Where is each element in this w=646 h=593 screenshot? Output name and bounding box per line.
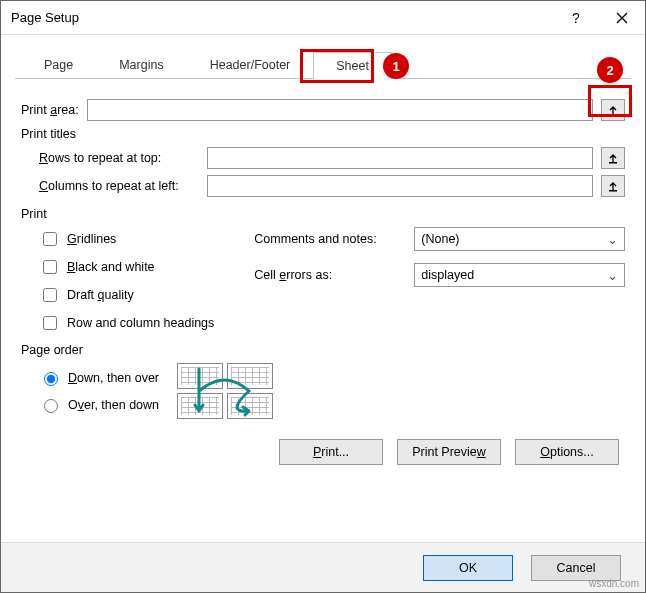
rows-repeat-label: Rows to repeat at top:: [39, 151, 199, 165]
comments-label: Comments and notes:: [254, 232, 404, 246]
cell-errors-label: Cell errors as:: [254, 268, 404, 282]
page-order-group-label: Page order: [21, 343, 625, 357]
rows-repeat-input[interactable]: [207, 147, 593, 169]
svg-rect-2: [609, 190, 617, 192]
cols-repeat-input[interactable]: [207, 175, 593, 197]
close-icon: [616, 12, 628, 24]
chevron-down-icon: ⌄: [607, 232, 618, 247]
tab-strip: Page Margins Header/Footer Sheet: [15, 47, 631, 79]
cols-repeat-collapse-button[interactable]: [601, 175, 625, 197]
window-title: Page Setup: [11, 10, 79, 25]
tab-page[interactable]: Page: [21, 51, 96, 78]
print-group-label: Print: [21, 207, 625, 221]
ok-button[interactable]: OK: [423, 555, 513, 581]
print-area-collapse-button[interactable]: [601, 99, 625, 121]
options-button[interactable]: Options...: [515, 439, 619, 465]
page-setup-dialog: Page Setup ? Page Margins Header/Footer …: [0, 0, 646, 593]
rows-repeat-collapse-button[interactable]: [601, 147, 625, 169]
titlebar: Page Setup ?: [1, 1, 645, 35]
tab-margins[interactable]: Margins: [96, 51, 186, 78]
page-order-preview: [177, 363, 273, 419]
tab-sheet[interactable]: Sheet: [313, 52, 392, 79]
cols-repeat-label: Columns to repeat at left:: [39, 179, 199, 193]
dialog-footer: OK Cancel: [1, 542, 645, 592]
row-col-headings-checkbox[interactable]: Row and column headings: [39, 313, 214, 333]
cell-errors-select[interactable]: displayed ⌄: [414, 263, 625, 287]
svg-rect-1: [609, 162, 617, 164]
draft-quality-checkbox[interactable]: Draft quality: [39, 285, 214, 305]
collapse-icon: [607, 180, 619, 192]
watermark: wsxdn.com: [589, 578, 639, 589]
tab-content-sheet: Print area: Print titles Rows to repeat …: [15, 79, 631, 475]
black-white-checkbox[interactable]: Black and white: [39, 257, 214, 277]
print-area-input[interactable]: [87, 99, 593, 121]
over-then-down-radio[interactable]: Over, then down: [39, 396, 159, 413]
svg-rect-0: [609, 114, 617, 116]
collapse-icon: [607, 152, 619, 164]
print-titles-group-label: Print titles: [21, 127, 625, 141]
down-then-over-radio[interactable]: Down, then over: [39, 369, 159, 386]
tab-header-footer[interactable]: Header/Footer: [187, 51, 314, 78]
print-preview-button[interactable]: Print Preview: [397, 439, 501, 465]
comments-select[interactable]: (None) ⌄: [414, 227, 625, 251]
cancel-button[interactable]: Cancel: [531, 555, 621, 581]
print-area-label: Print area:: [21, 103, 79, 117]
gridlines-checkbox[interactable]: Gridlines: [39, 229, 214, 249]
help-button[interactable]: ?: [553, 1, 599, 35]
collapse-icon: [607, 104, 619, 116]
print-button[interactable]: Print...: [279, 439, 383, 465]
close-button[interactable]: [599, 1, 645, 35]
chevron-down-icon: ⌄: [607, 268, 618, 283]
